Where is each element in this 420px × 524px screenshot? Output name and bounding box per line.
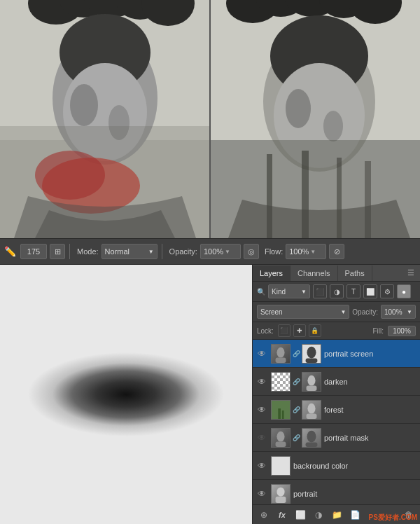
svg-rect-39 [278, 408, 281, 419]
layers-panel: Layers Channels Paths ☰ 🔍 Kind ▼ ⬛ ◑ T ⬜… [252, 265, 420, 524]
svg-rect-44 [276, 441, 286, 446]
svg-rect-46 [306, 442, 318, 447]
filter-dropdown[interactable]: Kind ▼ [268, 284, 310, 298]
layer-name: backround color [293, 462, 417, 470]
add-adjustment-icon[interactable]: ◑ [312, 508, 326, 522]
layer-row[interactable]: 👁 portrait [253, 480, 420, 504]
opacity-row-label: Opacity: [352, 308, 378, 316]
layer-thumbnails: 🔗 [271, 428, 321, 448]
svg-rect-48 [276, 496, 286, 502]
canvas-area[interactable] [0, 265, 252, 524]
lock-pixels-icon[interactable]: ⬛ [278, 324, 290, 337]
layers-filter-row: 🔍 Kind ▼ ⬛ ◑ T ⬜ ⚙ ● [253, 282, 420, 302]
layer-thumbnails [271, 456, 290, 476]
svg-point-34 [307, 346, 316, 358]
brush-toolbar: ✏️ 175 ⊞ Mode: Normal ▼ Opacity: 100% ▼ … [0, 238, 420, 265]
bottom-area: Layers Channels Paths ☰ 🔍 Kind ▼ ⬛ ◑ T ⬜… [0, 265, 420, 524]
layer-visibility-icon[interactable]: 👁 [255, 375, 268, 388]
layers-lock-row: Lock: ⬛ ✚ 🔒 Fill: 100% [253, 322, 420, 340]
tab-paths[interactable]: Paths [338, 266, 372, 281]
layer-row[interactable]: 👁 🔗 portrait mask [253, 424, 420, 452]
toolbar-sep-2 [162, 244, 162, 259]
delete-layer-icon[interactable]: 🗑 [402, 508, 416, 522]
fx-icon[interactable]: fx [275, 508, 289, 522]
layer-row[interactable]: 👁 🔗 forest [253, 396, 420, 424]
lock-position-icon[interactable]: ✚ [293, 324, 306, 337]
toolbar-sep-1 [69, 244, 70, 259]
layer-thumbnails: 🔗 [271, 400, 321, 420]
layers-bottom-bar: ⊕ fx ⬜ ◑ 📁 📄 🗑 [253, 504, 420, 524]
filter-pixel-icon[interactable]: ⬛ [313, 284, 327, 298]
pressure-icon[interactable]: ⊘ [329, 244, 344, 259]
layer-visibility-icon[interactable]: 👁 [255, 347, 268, 360]
opacity-value-box[interactable]: 100% ▼ [381, 305, 416, 319]
svg-rect-42 [307, 413, 317, 418]
flow-input[interactable]: 100% ▼ [286, 244, 326, 259]
opacity-label: Opacity: [169, 247, 197, 256]
svg-point-32 [276, 347, 284, 357]
layer-mask-thumb [302, 428, 321, 448]
filter-type-icon[interactable]: T [346, 284, 360, 298]
svg-rect-37 [307, 385, 317, 390]
fill-label: Fill: [372, 327, 384, 335]
layer-row[interactable]: 👁 🔗 darken [253, 368, 420, 396]
layer-thumbnails [271, 484, 290, 504]
layers-list: 👁 🔗 portrait screen 👁 🔗 [253, 340, 420, 504]
add-mask-icon[interactable]: ⬜ [293, 508, 307, 522]
svg-point-47 [276, 487, 284, 496]
svg-point-36 [307, 375, 315, 385]
svg-point-41 [307, 403, 315, 413]
brush-size-input[interactable]: 175 [20, 244, 47, 259]
layer-link-icon: 🔗 [292, 400, 300, 420]
layer-visibility-icon[interactable]: 👁 [255, 432, 268, 444]
layer-visibility-icon[interactable]: 👁 [255, 488, 268, 500]
filter-shape-icon[interactable]: ⬜ [363, 284, 377, 298]
layer-content-thumb [271, 484, 290, 504]
filter-toggle-icon[interactable]: ● [397, 284, 411, 298]
layer-name: portrait mask [324, 434, 417, 442]
layers-mode-row: Screen ▼ Opacity: 100% ▼ [253, 302, 420, 322]
layer-content-thumb [271, 400, 290, 420]
blend-mode-dropdown[interactable]: Screen ▼ [257, 305, 349, 319]
airbrush-icon[interactable]: ◎ [244, 244, 259, 259]
add-layer-icon[interactable]: 📄 [348, 508, 362, 522]
layer-thumbnails: 🔗 [271, 344, 321, 364]
svg-point-10 [70, 84, 98, 126]
layer-name: forest [324, 406, 417, 414]
flow-label: Flow: [265, 247, 283, 256]
tab-layers[interactable]: Layers [253, 266, 290, 281]
layer-link-icon: 🔗 [292, 428, 300, 448]
tab-channels[interactable]: Channels [290, 266, 337, 281]
filter-smart-icon[interactable]: ⚙ [380, 284, 394, 298]
lock-all-icon[interactable]: 🔒 [309, 324, 321, 337]
add-link-icon[interactable]: ⊕ [257, 508, 271, 522]
mode-dropdown[interactable]: Normal ▼ [102, 244, 158, 259]
opacity-arrow: ▼ [225, 249, 230, 255]
fill-value[interactable]: 100% [388, 326, 416, 336]
layers-panel-menu-icon[interactable]: ☰ [402, 265, 420, 281]
layer-content-thumb [271, 456, 290, 476]
svg-point-43 [276, 431, 284, 441]
layer-link-icon: 🔗 [292, 344, 300, 364]
layer-content-thumb [271, 372, 290, 392]
svg-point-26 [323, 111, 343, 142]
svg-point-45 [307, 430, 316, 442]
layer-row[interactable]: 👁 backround color [253, 452, 420, 480]
brush-options-icon[interactable]: ⊞ [50, 244, 65, 259]
mode-dropdown-arrow: ▼ [148, 249, 154, 255]
layer-row[interactable]: 👁 🔗 portrait screen [253, 340, 420, 368]
lock-label: Lock: [257, 327, 274, 335]
brush-tool-icon[interactable]: ✏️ [4, 246, 16, 257]
svg-rect-33 [276, 357, 286, 362]
layer-visibility-icon[interactable]: 👁 [255, 460, 268, 472]
opacity-input[interactable]: 100% ▼ [200, 244, 241, 259]
search-icon: 🔍 [257, 288, 265, 296]
layer-visibility-icon[interactable]: 👁 [255, 404, 268, 416]
left-image-panel [0, 0, 211, 238]
svg-rect-40 [282, 410, 284, 418]
svg-rect-35 [306, 358, 318, 363]
add-group-icon[interactable]: 📁 [330, 508, 344, 522]
mode-label: Mode: [77, 247, 99, 256]
layer-link-icon: 🔗 [292, 372, 300, 392]
filter-adjustment-icon[interactable]: ◑ [330, 284, 344, 298]
